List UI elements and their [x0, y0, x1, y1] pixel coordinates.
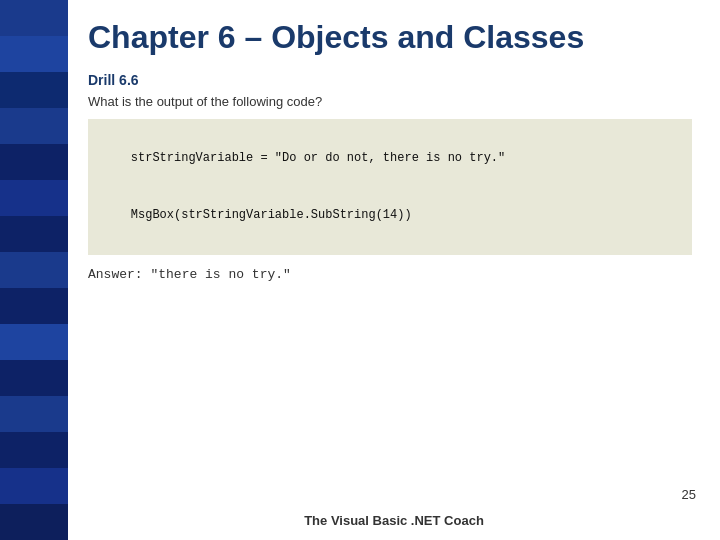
answer-value: "there is no try."	[150, 267, 290, 282]
sidebar-bar	[0, 108, 68, 144]
sidebar-bar	[0, 396, 68, 432]
code-line2: MsgBox(strStringVariable.SubString(14))	[131, 208, 412, 222]
sidebar-bar	[0, 36, 68, 72]
sidebar-bar	[0, 0, 68, 36]
sidebar-bar	[0, 324, 68, 360]
sidebar-bar	[0, 180, 68, 216]
sidebar-bar	[0, 288, 68, 324]
code-block: strStringVariable = "Do or do not, there…	[88, 119, 692, 254]
sidebar-bar	[0, 216, 68, 252]
answer-text: Answer: "there is no try."	[88, 267, 692, 282]
sidebar-bar	[0, 72, 68, 108]
page-number: 25	[682, 487, 696, 502]
code-line1: strStringVariable = "Do or do not, there…	[131, 151, 505, 165]
page-title: Chapter 6 – Objects and Classes	[88, 18, 692, 56]
sidebar-bar	[0, 432, 68, 468]
sidebar-bar	[0, 252, 68, 288]
footer: 25 The Visual Basic .NET Coach	[68, 513, 720, 528]
sidebar-bar	[0, 504, 68, 540]
answer-label: Answer:	[88, 267, 143, 282]
main-content: Chapter 6 – Objects and Classes Drill 6.…	[68, 0, 720, 540]
drill-label: Drill 6.6	[88, 72, 692, 88]
sidebar-bar	[0, 144, 68, 180]
sidebar-bar	[0, 468, 68, 504]
sidebar	[0, 0, 68, 540]
sidebar-bar	[0, 360, 68, 396]
footer-label: The Visual Basic .NET Coach	[304, 513, 484, 528]
question-text: What is the output of the following code…	[88, 94, 692, 109]
